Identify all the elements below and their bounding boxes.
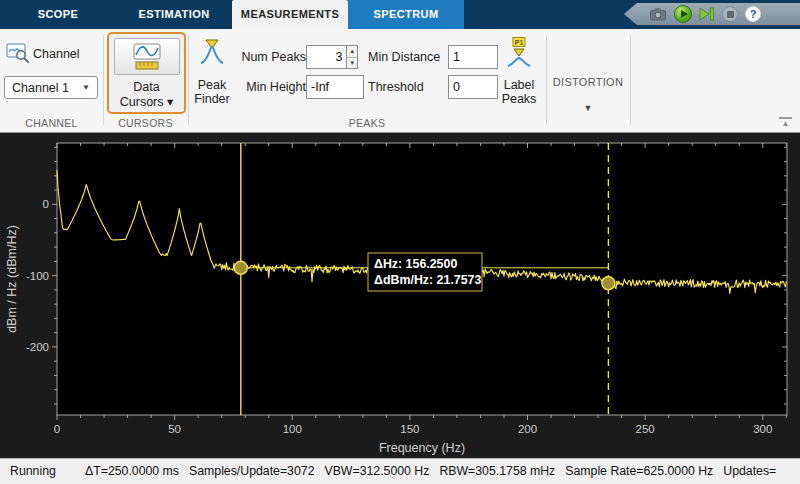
x-tick-label: 250 [636, 423, 655, 435]
chevron-down-icon: ▼ [82, 83, 90, 92]
cursor-readout-line1: ΔHz: 156.2500 [374, 257, 457, 271]
step-forward-icon[interactable] [699, 7, 715, 21]
run-icon[interactable] [674, 5, 692, 23]
spinner-arrows[interactable]: ▲▼ [346, 45, 358, 69]
data-cursors-icon [114, 38, 180, 75]
channel-dropdown-value: Channel 1 [12, 81, 69, 95]
num-peaks-stepper[interactable]: ▲▼ [306, 45, 358, 69]
status-running: Running [10, 459, 56, 483]
distortion-label: DISTORTION [546, 76, 630, 88]
tab-estimation[interactable]: ESTIMATION [116, 0, 232, 29]
data-cursors-button[interactable]: Data Cursors ▾ [107, 32, 186, 114]
min-height-label: Min Height [232, 80, 306, 94]
collapse-ribbon-icon[interactable]: ▲ [779, 117, 792, 128]
min-distance-field[interactable] [448, 45, 498, 69]
label-peaks-button[interactable]: P1 Label Peaks [495, 37, 543, 106]
num-peaks-label: Num Peaks [236, 50, 306, 64]
peak-finder-label-line1: Peak [198, 78, 227, 92]
peak-finder-label-line2: Finder [194, 92, 229, 106]
spectrum-analyzer-window: SCOPE ESTIMATION MEASUREMENTS SPECTRUM ? [0, 0, 800, 484]
x-tick-label: 100 [283, 423, 302, 435]
x-tick-label: 0 [54, 423, 60, 435]
section-label-cursors: CURSORS [103, 117, 188, 129]
y-tick-label: -100 [26, 270, 49, 282]
cursor-marker-2[interactable] [602, 277, 615, 290]
x-tick-label: 150 [400, 423, 419, 435]
snapshot-icon[interactable] [650, 7, 667, 21]
data-cursors-label-line1: Data [133, 80, 159, 94]
section-divider [103, 35, 104, 125]
section-label-peaks: PEAKS [188, 117, 546, 129]
toolstrip-tab-bar: SCOPE ESTIMATION MEASUREMENTS SPECTRUM ? [0, 0, 800, 29]
x-axis-label: Frequency (Hz) [379, 441, 465, 455]
x-tick-label: 50 [168, 423, 181, 435]
status-bar: Running ΔT=250.0000 ms Samples/Update=30… [0, 458, 800, 484]
svg-text:P1: P1 [515, 39, 524, 46]
distortion-dropdown-button[interactable]: DISTORTION ▼ [546, 29, 630, 125]
spin-up-icon[interactable]: ▲ [347, 46, 357, 58]
cursor-marker-1[interactable] [234, 261, 247, 274]
label-peaks-label-line1: Label [504, 78, 535, 92]
status-item: ΔT=250.0000 ms [85, 459, 179, 483]
min-distance-label: Min Distance [368, 50, 440, 64]
channel-dropdown[interactable]: Channel 1 ▼ [4, 76, 98, 99]
tab-scope[interactable]: SCOPE [0, 0, 116, 29]
cursor-readout-line2: ΔdBm/Hz: 21.7573 [374, 273, 481, 287]
num-peaks-input[interactable] [306, 45, 346, 69]
status-metrics: ΔT=250.0000 ms Samples/Update=3072 VBW=3… [85, 459, 776, 483]
y-tick-label: -200 [26, 341, 49, 353]
peak-finder-button[interactable]: Peak Finder [189, 37, 235, 106]
status-item: Samples/Update=3072 [189, 459, 314, 483]
section-label-channel: CHANNEL [0, 117, 103, 129]
tab-measurements[interactable]: MEASUREMENTS [232, 0, 348, 29]
status-item: Sample Rate=625.0000 Hz [565, 459, 713, 483]
threshold-label: Threshold [368, 80, 424, 94]
spectrum-plot-figure: 0501001502002503000-100-200Frequency (Hz… [0, 133, 800, 458]
min-height-field[interactable] [306, 75, 364, 99]
channel-selector-icon [6, 43, 30, 68]
peak-finder-icon [199, 37, 225, 69]
spectrum-plot[interactable]: 0501001502002503000-100-200Frequency (Hz… [0, 133, 800, 458]
chevron-down-icon: ▼ [546, 103, 630, 113]
section-divider [630, 35, 631, 125]
channel-label: Channel [33, 47, 80, 61]
x-tick-label: 300 [753, 423, 772, 435]
x-tick-label: 200 [518, 423, 537, 435]
threshold-field[interactable] [448, 75, 498, 99]
status-item: VBW=312.5000 Hz [324, 459, 429, 483]
help-icon[interactable]: ? [745, 6, 761, 22]
tab-spectrum[interactable]: SPECTRUM [348, 0, 464, 29]
y-axis-label: dBm / Hz (dBm/Hz) [5, 225, 19, 333]
label-peaks-icon: P1 [506, 37, 532, 71]
quick-access-toolbar: ? [624, 3, 800, 25]
y-tick-label: 0 [43, 198, 49, 210]
min-height-input[interactable] [306, 75, 364, 99]
data-cursors-label-line2: Cursors ▾ [120, 94, 174, 109]
label-peaks-label-line2: Peaks [502, 92, 537, 106]
measurements-ribbon: Channel Channel 1 ▼ CHANNEL Data Curs [0, 29, 800, 133]
status-item: RBW=305.1758 mHz [439, 459, 555, 483]
spin-down-icon[interactable]: ▼ [347, 58, 357, 69]
threshold-input[interactable] [448, 75, 498, 99]
status-item: Updates= [723, 459, 776, 483]
min-distance-input[interactable] [448, 45, 498, 69]
stop-icon[interactable] [722, 6, 738, 22]
